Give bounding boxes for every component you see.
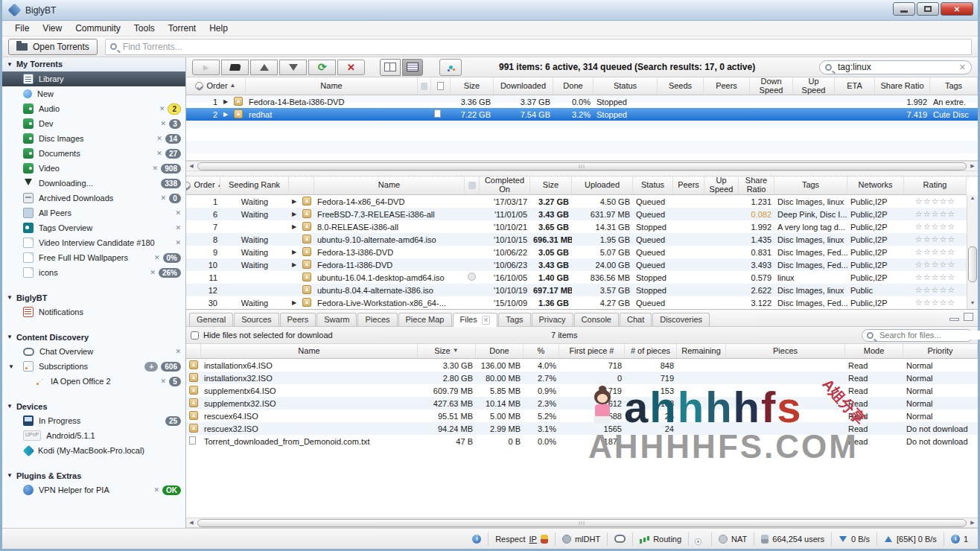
sidebar-section-devices[interactable]: ▼Devices <box>2 399 185 413</box>
close-icon[interactable]: ✕ <box>159 105 165 112</box>
scroll-down-arrow[interactable]: ▼ <box>967 300 978 309</box>
close-icon[interactable]: ✕ <box>153 165 159 172</box>
cell-rating[interactable]: ☆☆☆☆☆ <box>904 285 967 295</box>
sidebar-item-chat-overview[interactable]: Chat Overview✕ <box>2 344 185 359</box>
column-header[interactable]: Seeds <box>658 77 704 95</box>
column-header-name[interactable]: Name <box>201 344 418 358</box>
add-subscription-badge[interactable]: + <box>144 362 158 372</box>
tab-swarm[interactable]: Swarm <box>316 313 357 326</box>
seeding-row[interactable]: 9Waiting▶Fedora-13-i386-DVD'10/06/223.05… <box>186 246 967 258</box>
horizontal-scrollbar[interactable]: ◀ III ▶ <box>186 161 978 171</box>
sidebar-section-plugins-extras[interactable]: ▼Plugins & Extras <box>2 468 185 482</box>
close-icon[interactable]: ✕ <box>175 224 181 232</box>
statusbar-app-info[interactable] <box>465 532 488 546</box>
statusbar-up-speed[interactable]: [65K] 0 B/s <box>876 532 944 546</box>
file-row[interactable]: supplementx64.ISO609.79 MB5.85 MB0.9%171… <box>186 384 978 397</box>
seeding-row[interactable]: 12ubuntu-8.04.4-alternate-i386.iso'10/10… <box>186 284 967 296</box>
sidebar-item-video-interview-candidate-180[interactable]: Video Interview Candidate #180✕ <box>2 235 185 250</box>
seeding-row[interactable]: 1Waiting▶Fedora-14-x86_64-DVD'17/03/173.… <box>186 195 967 208</box>
hide-files-checkbox[interactable] <box>191 331 199 340</box>
seeding-row[interactable]: 7▶8.0-RELEASE-i386-all'10/10/213.65 GB14… <box>186 220 967 233</box>
column-header[interactable]: # of pieces <box>625 344 677 358</box>
sidebar-item-disc-images[interactable]: Disc Images✕14 <box>2 131 185 146</box>
close-button[interactable]: ✕ <box>941 2 973 16</box>
tab-pieces[interactable]: Pieces <box>357 313 397 326</box>
tab-files[interactable]: Files✕ <box>453 313 498 327</box>
statusbar-respect-ip[interactable]: Respect IP <box>488 532 555 546</box>
maximize-button[interactable] <box>917 2 939 16</box>
tab-tags[interactable]: Tags <box>498 313 530 326</box>
file-row[interactable]: supplementx32.ISO427.63 MB10.14 MB2.3%16… <box>186 397 978 410</box>
cell-rating[interactable]: ☆☆☆☆☆ <box>904 222 967 232</box>
statusbar-chat-status[interactable] <box>607 532 632 546</box>
file-search-box[interactable] <box>862 329 973 342</box>
menu-help[interactable]: Help <box>203 22 235 35</box>
sidebar-item-archived-downloads[interactable]: Archived Downloads✕0 <box>2 191 185 206</box>
move-down-button[interactable] <box>279 60 307 75</box>
statusbar-users-count[interactable]: 664,254 users <box>754 532 831 546</box>
column-header-size[interactable]: Size▼ <box>418 344 476 358</box>
column-header[interactable]: Share Ratio <box>739 176 774 194</box>
tab-privacy[interactable]: Privacy <box>532 313 573 326</box>
torrent-row[interactable]: 1▶Fedora-14-Beta-i386-DVD3.36 GB3.37 GB0… <box>186 95 978 108</box>
close-icon[interactable]: ✕ <box>156 150 162 157</box>
column-header[interactable]: Tags <box>930 77 978 95</box>
sidebar-item-new[interactable]: New <box>2 86 185 101</box>
cell-rating[interactable]: ☆☆☆☆☆ <box>904 273 967 282</box>
column-header[interactable]: Done <box>476 344 524 358</box>
expand-icon[interactable]: ▶ <box>289 198 299 205</box>
column-header-doc-icon[interactable] <box>431 77 451 95</box>
open-torrents-button[interactable]: Open Torrents <box>8 39 98 55</box>
cell-rating[interactable]: ☆☆☆☆☆ <box>904 209 967 219</box>
column-header[interactable]: Share Ratio <box>875 77 930 95</box>
column-header[interactable]: Size <box>451 77 494 95</box>
vertical-scrollbar[interactable]: ▲ ▼ <box>967 195 978 309</box>
sidebar-item-ia-open-office-2[interactable]: IA Open Office 2✕5 <box>2 374 185 389</box>
column-header[interactable]: Mode <box>845 344 903 358</box>
sidebar-item-kodi-my-macbook-pro-local-[interactable]: Kodi (My-MacBook-Pro.local) <box>2 443 185 458</box>
column-header-order[interactable]: Order▲ <box>186 176 220 194</box>
column-header[interactable]: Status <box>594 77 658 95</box>
column-header[interactable]: Completed On <box>480 176 530 194</box>
seeding-row[interactable]: 8Waitingubuntu-9.10-alternate-amd64.iso'… <box>186 233 967 246</box>
sidebar-item-android-5-1-1[interactable]: UPnPAndroid/5.1.1 <box>2 428 185 443</box>
column-header[interactable]: Tags <box>774 176 847 194</box>
file-search-input[interactable] <box>879 331 980 340</box>
column-header-rss-icon[interactable] <box>418 77 431 95</box>
sidebar-item-notifications[interactable]: Notifications <box>2 305 185 319</box>
statusbar-routing[interactable]: Routing <box>632 532 688 546</box>
statusbar-link[interactable]: IP <box>529 535 537 544</box>
file-row[interactable]: rescuex64.ISO95.51 MB5.00 MB5.2%158825Re… <box>186 410 978 422</box>
expand-icon[interactable]: ▶ <box>289 211 299 217</box>
sidebar-item-video[interactable]: Video✕908 <box>2 161 185 176</box>
sidebar-section-biglybt[interactable]: ▼BiglyBT <box>2 290 185 305</box>
sidebar-section-content-discovery[interactable]: ▼Content Discovery <box>2 330 185 344</box>
column-header[interactable] <box>186 344 201 358</box>
nav-button[interactable]: ▶ <box>192 60 220 75</box>
cell-rating[interactable]: ☆☆☆☆☆ <box>904 260 967 270</box>
scroll-left-arrow[interactable]: ◀ <box>186 518 197 527</box>
column-header[interactable]: Pieces <box>726 344 845 358</box>
column-header[interactable] <box>289 176 314 194</box>
statusbar-alert-count[interactable]: 1 <box>944 532 975 546</box>
file-row[interactable]: installationx32.ISO2.80 GB80.00 MB2.7%07… <box>186 372 978 384</box>
close-icon[interactable]: ✕ <box>154 254 160 261</box>
column-header[interactable]: Remaining <box>677 344 726 358</box>
column-header[interactable]: % <box>524 344 559 358</box>
statusbar-down-speed[interactable]: 0 B/s <box>831 532 876 546</box>
torrent-row[interactable]: 2▶redhat7.22 GB7.54 GB3.2%Stopped7.419Cu… <box>186 108 978 121</box>
scrollbar-thumb[interactable] <box>968 246 977 282</box>
sidebar-item-documents[interactable]: Documents✕27 <box>2 146 185 161</box>
sidebar-item-in-progress[interactable]: In Progress25 <box>2 413 185 428</box>
file-row[interactable]: rescuex32.ISO94.24 MB2.99 MB3.1%156524Re… <box>186 422 978 435</box>
column-header[interactable]: Peers <box>673 176 704 194</box>
column-header[interactable]: Size <box>530 176 572 194</box>
scroll-right-arrow[interactable]: ▶ <box>967 162 978 171</box>
column-header[interactable]: Done <box>553 77 594 95</box>
recheck-button[interactable]: ⟳ <box>308 60 336 75</box>
move-up-button[interactable] <box>250 60 278 75</box>
pane-splitter[interactable] <box>186 171 978 176</box>
column-header[interactable]: Down Speed <box>750 77 793 95</box>
column-header[interactable]: Uploaded <box>572 176 633 194</box>
expand-icon[interactable]: ▶ <box>289 223 299 230</box>
